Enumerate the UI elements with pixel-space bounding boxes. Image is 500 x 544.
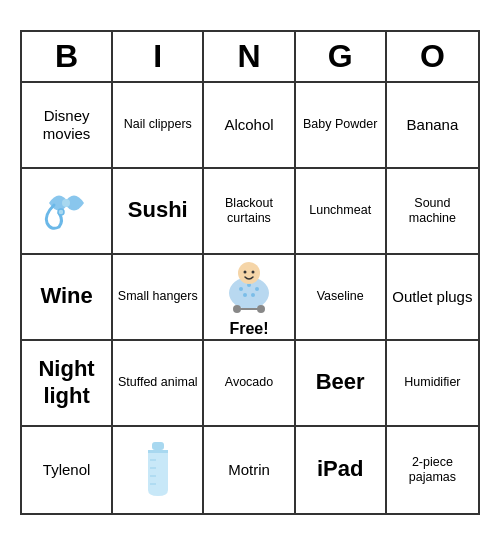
bingo-letter-g: G <box>296 32 387 81</box>
cell-r4c1: Night light <box>22 341 113 427</box>
cell-text-r2c5: Sound machine <box>391 196 474 226</box>
cell-r2c1 <box>22 169 113 255</box>
bingo-letter-o: O <box>387 32 478 81</box>
svg-point-8 <box>238 262 260 284</box>
cell-text-r2c4: Lunchmeat <box>309 203 371 218</box>
cell-image-bottle <box>130 442 185 497</box>
cell-text-r1c4: Baby Powder <box>303 117 377 132</box>
cell-r5c2 <box>113 427 204 513</box>
cell-r1c4: Baby Powder <box>296 83 387 169</box>
cell-text-r1c1: Disney movies <box>26 107 107 143</box>
cell-text-r3c4: Vaseline <box>317 289 364 304</box>
cell-r1c1: Disney movies <box>22 83 113 169</box>
svg-point-10 <box>251 271 254 274</box>
cell-text-r1c2: Nail clippers <box>124 117 192 132</box>
cell-r3c2: Small hangers <box>113 255 204 341</box>
cell-r5c3: Motrin <box>204 427 295 513</box>
cell-text-r4c5: Humidifier <box>404 375 460 390</box>
svg-point-1 <box>58 209 64 215</box>
cell-text-r4c3: Avocado <box>225 375 273 390</box>
cell-text-r3c5: Outlet plugs <box>392 288 472 306</box>
cell-r2c2: Sushi <box>113 169 204 255</box>
bingo-letter-i: I <box>113 32 204 81</box>
cell-r5c1: Tylenol <box>22 427 113 513</box>
cell-r4c4: Beer <box>296 341 387 427</box>
svg-point-5 <box>255 287 259 291</box>
cell-text-r5c5: 2-piece pajamas <box>391 455 474 485</box>
cell-r2c3: Blackout curtains <box>204 169 295 255</box>
bingo-grid: Disney moviesNail clippersAlcoholBaby Po… <box>22 83 478 513</box>
cell-text-r3c1: Wine <box>40 283 92 309</box>
cell-r3c3: Free! <box>204 255 295 341</box>
cell-r3c4: Vaseline <box>296 255 387 341</box>
cell-text-r1c5: Banana <box>407 116 459 134</box>
cell-text-r5c4: iPad <box>317 456 363 482</box>
cell-r5c4: iPad <box>296 427 387 513</box>
bingo-card: BINGO Disney moviesNail clippersAlcoholB… <box>20 30 480 515</box>
cell-image-pacifier <box>39 183 94 238</box>
svg-rect-14 <box>152 442 164 450</box>
cell-r1c5: Banana <box>387 83 478 169</box>
svg-point-6 <box>243 293 247 297</box>
svg-point-7 <box>251 293 255 297</box>
cell-r1c3: Alcohol <box>204 83 295 169</box>
cell-r3c5: Outlet plugs <box>387 255 478 341</box>
cell-text-r2c3: Blackout curtains <box>208 196 289 226</box>
cell-r3c1: Wine <box>22 255 113 341</box>
free-cell-text: Free! <box>229 319 268 338</box>
bingo-header: BINGO <box>22 32 478 83</box>
cell-text-r3c2: Small hangers <box>118 289 198 304</box>
cell-r2c4: Lunchmeat <box>296 169 387 255</box>
free-cell-image <box>219 255 279 319</box>
cell-text-r2c2: Sushi <box>128 197 188 223</box>
cell-text-r4c2: Stuffed animal <box>118 375 198 390</box>
cell-text-r5c1: Tylenol <box>43 461 91 479</box>
cell-r5c5: 2-piece pajamas <box>387 427 478 513</box>
cell-text-r4c4: Beer <box>316 369 365 395</box>
svg-rect-15 <box>148 450 168 453</box>
cell-text-r4c1: Night light <box>26 356 107 409</box>
cell-r4c5: Humidifier <box>387 341 478 427</box>
cell-text-r1c3: Alcohol <box>224 116 273 134</box>
bingo-letter-b: B <box>22 32 113 81</box>
svg-point-3 <box>239 287 243 291</box>
bingo-letter-n: N <box>204 32 295 81</box>
cell-r1c2: Nail clippers <box>113 83 204 169</box>
cell-r4c2: Stuffed animal <box>113 341 204 427</box>
cell-r2c5: Sound machine <box>387 169 478 255</box>
cell-text-r5c3: Motrin <box>228 461 270 479</box>
svg-point-0 <box>62 199 70 207</box>
cell-r4c3: Avocado <box>204 341 295 427</box>
svg-point-9 <box>243 271 246 274</box>
